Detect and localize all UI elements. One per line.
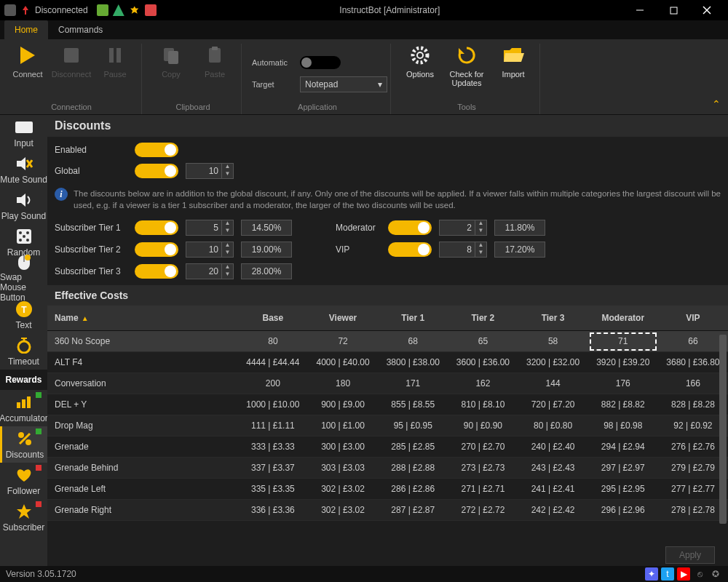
scrollbar[interactable]	[719, 335, 727, 524]
table-row[interactable]: DEL + Y1000 | £10.00900 | £9.00855 | £8.…	[47, 394, 728, 415]
connect-button[interactable]: Connect	[9, 44, 47, 79]
table-row[interactable]: Drop Mag111 | £1.11100 | £1.0095 | £0.95…	[47, 415, 728, 436]
spin-down-icon[interactable]: ▼	[221, 271, 233, 279]
sidebar-item-accumulator[interactable]: Accumulator	[0, 390, 47, 426]
mod-value[interactable]: ▲▼	[439, 220, 487, 236]
cell-value: 243 | £2.43	[518, 458, 587, 479]
table-row[interactable]: Grenade Left335 | £3.35302 | £3.02286 | …	[47, 479, 728, 500]
cell-value: 336 | £3.36	[238, 500, 308, 521]
column-header[interactable]: Base	[238, 306, 308, 331]
import-button[interactable]: Import	[494, 44, 532, 79]
cell-value: 111 | £1.11	[238, 415, 308, 436]
disconnect-button[interactable]: Disconnect	[52, 44, 90, 79]
paste-icon	[203, 44, 226, 67]
sidebar-item-rewards[interactable]: Rewards	[0, 370, 47, 390]
automatic-toggle[interactable]	[300, 56, 341, 69]
global-switch[interactable]	[135, 164, 178, 178]
apply-button[interactable]: Apply	[665, 546, 715, 564]
tab-home[interactable]: Home	[4, 20, 48, 39]
cell-value: 810 | £8.10	[448, 394, 518, 415]
cell-value: 3920 | £39.20	[588, 352, 658, 373]
sidebar-item-follower[interactable]: Follower	[0, 463, 47, 499]
svg-point-25	[25, 255, 31, 260]
cell-value: 302 | £3.02	[308, 500, 378, 521]
vip-value[interactable]: ▲▼	[439, 242, 487, 258]
cell-value: 68	[378, 331, 448, 352]
youtube-icon[interactable]: ▶	[677, 567, 690, 581]
table-row[interactable]: Grenade Behind337 | £3.37303 | £3.03288 …	[47, 458, 728, 479]
cell-value: 241 | £2.41	[518, 479, 587, 500]
tray-icon-4[interactable]	[145, 4, 157, 16]
table-row[interactable]: Grenade333 | £3.33300 | £3.00285 | £2.85…	[47, 436, 728, 458]
discord-icon[interactable]: ✦	[645, 567, 658, 581]
sidebar-item-text[interactable]: TText	[0, 297, 47, 333]
spin-down-icon[interactable]: ▼	[221, 250, 233, 257]
copy-button[interactable]: Copy	[152, 44, 190, 79]
column-header[interactable]: Tier 2	[448, 306, 518, 331]
cell-name: Grenade	[47, 436, 238, 458]
bot-small-icon[interactable]: ✪	[709, 567, 722, 581]
svg-point-13	[417, 52, 423, 58]
mod-switch[interactable]	[388, 220, 432, 235]
tier3-value[interactable]: ▲▼	[186, 263, 234, 279]
sidebar-item-subscriber[interactable]: Subscriber	[0, 499, 47, 535]
svg-rect-2	[670, 7, 677, 14]
spin-down-icon[interactable]: ▼	[475, 228, 486, 235]
tray-icon-1[interactable]	[97, 4, 108, 16]
paste-button[interactable]: Paste	[196, 44, 234, 79]
tray-icon-3[interactable]	[129, 4, 141, 16]
tier1-switch[interactable]	[135, 220, 178, 235]
cell-value: 270 | £2.70	[448, 436, 518, 458]
table-row[interactable]: Grenade Right336 | £3.36302 | £3.02287 |…	[47, 500, 728, 521]
sidebar-item-play-sound[interactable]: Play Sound	[0, 188, 47, 224]
spin-down-icon[interactable]: ▼	[221, 171, 233, 178]
tier2-switch[interactable]	[135, 242, 178, 257]
options-button[interactable]: Options	[401, 44, 439, 79]
sidebar-item-discounts[interactable]: Discounts	[0, 426, 47, 463]
global-value[interactable]: ▲▼	[186, 163, 234, 179]
sidebar-item-swap-mouse[interactable]: Swap Mouse Button	[0, 260, 47, 297]
titlebar: Disconnected InstructBot [Administrator]	[0, 0, 728, 20]
column-header[interactable]: Moderator	[588, 306, 658, 331]
column-header[interactable]: Tier 1	[378, 306, 448, 331]
svg-point-22	[26, 239, 29, 242]
pause-button[interactable]: Pause	[96, 44, 134, 79]
panel-header: Discounts	[47, 115, 728, 137]
enabled-switch[interactable]	[135, 143, 178, 157]
twitter-icon[interactable]: t	[661, 567, 674, 581]
column-header[interactable]: VIP	[658, 306, 728, 331]
column-header[interactable]: Viewer	[308, 306, 378, 331]
link-icon[interactable]: ⎋	[693, 567, 706, 581]
sidebar-item-timeout[interactable]: Timeout	[0, 333, 47, 370]
spin-down-icon[interactable]: ▼	[475, 250, 486, 257]
spin-down-icon[interactable]: ▼	[221, 228, 233, 235]
table-row[interactable]: ALT F44444 | £44.444000 | £40.003800 | £…	[47, 352, 728, 373]
tier3-switch[interactable]	[135, 264, 178, 279]
heart-icon	[15, 466, 33, 485]
svg-rect-5	[64, 48, 79, 63]
minimize-button[interactable]	[623, 0, 657, 20]
cell-value: 4444 | £44.44	[238, 352, 308, 373]
cell-value: 296 | £2.96	[588, 500, 658, 521]
check-updates-button[interactable]: Check for Updates	[445, 44, 488, 87]
tab-commands[interactable]: Commands	[48, 20, 113, 39]
sidebar-item-mute-sound[interactable]: Mute Sound	[0, 151, 47, 188]
column-header[interactable]: Name▲	[47, 306, 238, 331]
target-select[interactable]: Notepad ▾	[300, 76, 387, 92]
tier1-value[interactable]: ▲▼	[186, 220, 234, 236]
sidebar-item-input[interactable]: Input	[0, 115, 47, 151]
cell-value: 1000 | £10.00	[238, 394, 308, 415]
tier2-value[interactable]: ▲▼	[186, 242, 234, 258]
cell-value: 3800 | £38.00	[378, 352, 448, 373]
maximize-button[interactable]	[657, 0, 690, 20]
column-header[interactable]: Tier 3	[518, 306, 587, 331]
table-row[interactable]: 360 No Scope80726865587166	[47, 331, 728, 352]
close-button[interactable]	[690, 0, 724, 20]
vip-switch[interactable]	[388, 242, 432, 257]
status-text: Disconnected	[35, 5, 88, 15]
tray-icon-2[interactable]	[113, 4, 124, 16]
table-row[interactable]: Conversation200180171162144176166	[47, 373, 728, 394]
ribbon-collapse[interactable]: ⌃	[712, 98, 721, 110]
cell-name: Conversation	[47, 373, 238, 394]
automatic-label: Automatic	[252, 58, 294, 67]
